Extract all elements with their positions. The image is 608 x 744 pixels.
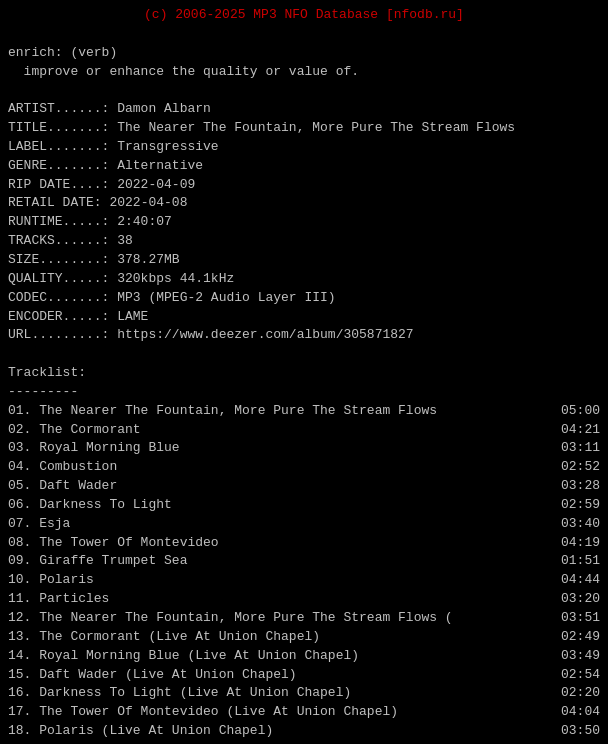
size-value: 378.27MB bbox=[117, 252, 179, 267]
track-title: 04. Combustion bbox=[8, 458, 445, 477]
rip-date-key: RIP DATE....: bbox=[8, 177, 117, 192]
track-duration: 01:51 bbox=[561, 552, 600, 571]
track-row: 17. The Tower Of Montevideo (Live At Uni… bbox=[8, 703, 600, 722]
label-key: LABEL.......: bbox=[8, 139, 117, 154]
track-title: 02. The Cormorant bbox=[8, 421, 445, 440]
track-duration: 04:04 bbox=[561, 703, 600, 722]
label-value: Transgressive bbox=[117, 139, 218, 154]
page-container: (c) 2006-2025 MP3 NFO Database [nfodb.ru… bbox=[8, 6, 600, 744]
track-duration: 02:54 bbox=[561, 666, 600, 685]
url-value: https://www.deezer.com/album/305871827 bbox=[117, 327, 413, 342]
url-line: URL.........: https://www.deezer.com/alb… bbox=[8, 326, 600, 345]
codec-key: CODEC.......: bbox=[8, 290, 117, 305]
track-title: 18. Polaris (Live At Union Chapel) bbox=[8, 722, 445, 741]
track-title: 13. The Cormorant (Live At Union Chapel) bbox=[8, 628, 445, 647]
artist-line: ARTIST......: Damon Albarn bbox=[8, 100, 600, 119]
track-row: 13. The Cormorant (Live At Union Chapel)… bbox=[8, 628, 600, 647]
retail-date-key: RETAIL DATE: bbox=[8, 195, 109, 210]
track-row: 04. Combustion 02:52 bbox=[8, 458, 600, 477]
track-row: 07. Esja 03:40 bbox=[8, 515, 600, 534]
tracklist-separator: --------- bbox=[8, 383, 600, 402]
quality-value: 320kbps 44.1kHz bbox=[117, 271, 234, 286]
retail-date-value: 2022-04-08 bbox=[109, 195, 187, 210]
rip-date-line: RIP DATE....: 2022-04-09 bbox=[8, 176, 600, 195]
track-duration: 04:44 bbox=[561, 571, 600, 590]
track-row: 01. The Nearer The Fountain, More Pure T… bbox=[8, 402, 600, 421]
track-duration: 02:20 bbox=[561, 684, 600, 703]
track-row: 03. Royal Morning Blue 03:11 bbox=[8, 439, 600, 458]
track-duration: 03:28 bbox=[561, 477, 600, 496]
enrich-verb: enrich: (verb) bbox=[8, 44, 600, 63]
quality-key: QUALITY.....: bbox=[8, 271, 117, 286]
track-duration: 02:52 bbox=[561, 458, 600, 477]
track-title: 05. Daft Wader bbox=[8, 477, 445, 496]
track-row: 02. The Cormorant 04:21 bbox=[8, 421, 600, 440]
track-row: 16. Darkness To Light (Live At Union Cha… bbox=[8, 684, 600, 703]
runtime-value: 2:40:07 bbox=[117, 214, 172, 229]
track-duration: 02:59 bbox=[561, 496, 600, 515]
track-title: 10. Polaris bbox=[8, 571, 445, 590]
genre-key: GENRE.......: bbox=[8, 158, 117, 173]
artist-value: Damon Albarn bbox=[117, 101, 211, 116]
track-row: 08. The Tower Of Montevideo 04:19 bbox=[8, 534, 600, 553]
codec-value: MP3 (MPEG-2 Audio Layer III) bbox=[117, 290, 335, 305]
encoder-value: LAME bbox=[117, 309, 148, 324]
url-key: URL.........: bbox=[8, 327, 117, 342]
genre-value: Alternative bbox=[117, 158, 203, 173]
encoder-line: ENCODER.....: LAME bbox=[8, 308, 600, 327]
track-duration: 03:20 bbox=[561, 590, 600, 609]
retail-date-line: RETAIL DATE: 2022-04-08 bbox=[8, 194, 600, 213]
track-title: 11. Particles bbox=[8, 590, 445, 609]
track-row: 15. Daft Wader (Live At Union Chapel) 02… bbox=[8, 666, 600, 685]
track-row: 18. Polaris (Live At Union Chapel) 03:50 bbox=[8, 722, 600, 741]
codec-line: CODEC.......: MP3 (MPEG-2 Audio Layer II… bbox=[8, 289, 600, 308]
track-title: 15. Daft Wader (Live At Union Chapel) bbox=[8, 666, 445, 685]
track-row: 14. Royal Morning Blue (Live At Union Ch… bbox=[8, 647, 600, 666]
size-key: SIZE........: bbox=[8, 252, 117, 267]
track-duration: 03:40 bbox=[561, 515, 600, 534]
metadata-block: ARTIST......: Damon Albarn TITLE.......:… bbox=[8, 100, 600, 345]
track-title: 08. The Tower Of Montevideo bbox=[8, 534, 445, 553]
quality-line: QUALITY.....: 320kbps 44.1kHz bbox=[8, 270, 600, 289]
track-title: 14. Royal Morning Blue (Live At Union Ch… bbox=[8, 647, 445, 666]
encoder-key: ENCODER.....: bbox=[8, 309, 117, 324]
artist-key: ARTIST......: bbox=[8, 101, 117, 116]
track-duration: 03:51 bbox=[561, 609, 600, 628]
track-title: 03. Royal Morning Blue bbox=[8, 439, 445, 458]
genre-line: GENRE.......: Alternative bbox=[8, 157, 600, 176]
track-row: 05. Daft Wader 03:28 bbox=[8, 477, 600, 496]
track-title: 16. Darkness To Light (Live At Union Cha… bbox=[8, 684, 445, 703]
track-duration: 03:50 bbox=[561, 722, 600, 741]
runtime-line: RUNTIME.....: 2:40:07 bbox=[8, 213, 600, 232]
track-duration: 02:49 bbox=[561, 628, 600, 647]
track-title: 07. Esja bbox=[8, 515, 445, 534]
track-row: 06. Darkness To Light 02:59 bbox=[8, 496, 600, 515]
track-title: 01. The Nearer The Fountain, More Pure T… bbox=[8, 402, 445, 421]
track-duration: 04:19 bbox=[561, 534, 600, 553]
track-row: 11. Particles 03:20 bbox=[8, 590, 600, 609]
tracks-line: TRACKS......: 38 bbox=[8, 232, 600, 251]
tracks-key: TRACKS......: bbox=[8, 233, 117, 248]
track-row: 10. Polaris 04:44 bbox=[8, 571, 600, 590]
label-line: LABEL.......: Transgressive bbox=[8, 138, 600, 157]
track-duration: 03:11 bbox=[561, 439, 600, 458]
tracklist: 01. The Nearer The Fountain, More Pure T… bbox=[8, 402, 600, 744]
enrich-description: improve or enhance the quality or value … bbox=[8, 63, 600, 82]
title-line: TITLE.......: The Nearer The Fountain, M… bbox=[8, 119, 600, 138]
track-title: 12. The Nearer The Fountain, More Pure T… bbox=[8, 609, 460, 628]
tracklist-header: Tracklist: bbox=[8, 364, 600, 383]
header-line: (c) 2006-2025 MP3 NFO Database [nfodb.ru… bbox=[8, 6, 600, 25]
title-value: The Nearer The Fountain, More Pure The S… bbox=[117, 120, 515, 135]
track-duration: 03:49 bbox=[561, 647, 600, 666]
tracks-value: 38 bbox=[117, 233, 133, 248]
track-row: 09. Giraffe Trumpet Sea 01:51 bbox=[8, 552, 600, 571]
track-row: 12. The Nearer The Fountain, More Pure T… bbox=[8, 609, 600, 628]
track-duration: 05:00 bbox=[561, 402, 600, 421]
runtime-key: RUNTIME.....: bbox=[8, 214, 117, 229]
track-title: 09. Giraffe Trumpet Sea bbox=[8, 552, 445, 571]
size-line: SIZE........: 378.27MB bbox=[8, 251, 600, 270]
rip-date-value: 2022-04-09 bbox=[117, 177, 195, 192]
track-title: 17. The Tower Of Montevideo (Live At Uni… bbox=[8, 703, 445, 722]
title-key: TITLE.......: bbox=[8, 120, 117, 135]
track-duration: 04:21 bbox=[561, 421, 600, 440]
